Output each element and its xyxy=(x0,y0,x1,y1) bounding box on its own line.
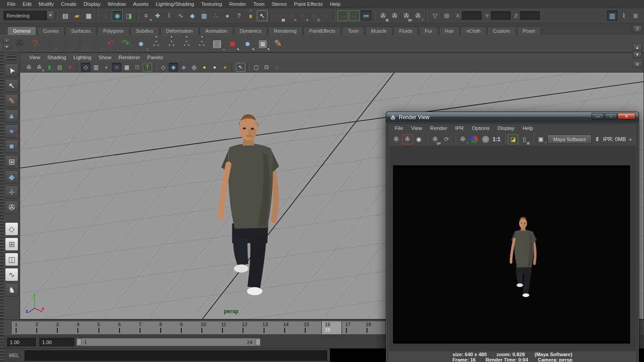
shelf-delete-icon[interactable]: ▯ xyxy=(633,25,642,32)
shelf-scroll-up-icon[interactable]: ▲ xyxy=(633,44,642,51)
select-joints-icon[interactable]: ⌇ xyxy=(164,10,175,21)
shelf-tab-ncloth[interactable]: nCloth xyxy=(461,26,486,35)
x-coordinate-field[interactable] xyxy=(462,11,482,20)
attribute-editor-toggle-icon[interactable]: ▥ xyxy=(607,10,618,21)
shelf-camera-dolly-icon[interactable]: ✇↙ xyxy=(73,36,87,51)
vp-xray-icon[interactable]: ▢ xyxy=(252,63,261,72)
viewport-menu-lighting[interactable]: Lighting xyxy=(70,54,95,60)
pane-close-icon[interactable]: ✕ xyxy=(633,61,642,68)
open-render-view-icon[interactable]: ✇▣ xyxy=(378,10,388,21)
viewport-menu-view[interactable]: View xyxy=(26,54,44,60)
vp-resolution-gate-icon[interactable]: ● xyxy=(102,63,111,72)
timeline-frame[interactable]: 1 xyxy=(12,321,32,334)
select-deformations-icon[interactable]: ▦ xyxy=(199,10,209,21)
character-model[interactable] xyxy=(203,109,299,299)
shelf-tab-fur[interactable]: Fur xyxy=(419,26,438,35)
universal-manipulator-tool[interactable]: ⊞↖ xyxy=(5,155,18,168)
menu-render[interactable]: Render xyxy=(226,1,250,7)
timeline-frame[interactable]: 17 xyxy=(342,321,363,334)
snap-to-projected-center-icon[interactable]: ∩◇ xyxy=(309,10,320,21)
rv-ipr-render-icon[interactable]: ✇ipr xyxy=(430,134,440,144)
shelf-tab-fluids[interactable]: Fluids xyxy=(393,26,418,35)
toolbox-grip[interactable] xyxy=(7,54,17,61)
scale-tool[interactable]: ■✕ xyxy=(5,140,18,153)
timeline-frame[interactable]: 6 xyxy=(115,321,136,334)
menu-lighting-shading[interactable]: Lighting/Shading xyxy=(152,1,198,7)
select-object-mode-icon[interactable]: ◉ xyxy=(112,10,123,21)
absolute-transform-icon[interactable]: ⊞ xyxy=(441,10,452,21)
maximize-button[interactable]: ▫ xyxy=(605,113,617,120)
shelf-hypergraph-icon[interactable]: ▤▪ xyxy=(210,36,224,51)
lock-selection-icon[interactable]: ∎∩ xyxy=(245,10,256,21)
vp-gate-mask-icon[interactable]: ○ xyxy=(112,63,121,72)
shelf-tab-general[interactable]: General xyxy=(7,26,36,35)
menu-edit[interactable]: Edit xyxy=(19,1,35,7)
menu-assets[interactable]: Assets xyxy=(129,1,152,7)
rv-menu-display[interactable]: Display xyxy=(494,125,519,131)
shelf-tab-surfaces[interactable]: Surfaces xyxy=(65,26,96,35)
shelf-tab-animation[interactable]: Animation xyxy=(200,26,233,35)
channel-box-toggle-icon[interactable]: ≣ xyxy=(630,10,641,21)
playback-range-bar[interactable]: 1 24 xyxy=(76,338,261,346)
command-line-grip[interactable] xyxy=(0,349,4,362)
timeline-frame[interactable]: 18 xyxy=(363,321,383,334)
layout-single-pane[interactable]: ◇ xyxy=(5,222,18,236)
range-start-handle[interactable] xyxy=(77,339,81,345)
rv-stop-ipr-icon[interactable]: ● xyxy=(627,136,633,142)
shelf-tab-hair[interactable]: Hair xyxy=(439,26,460,35)
shelf-cluster-icon[interactable]: ∴▪ xyxy=(149,36,163,51)
range-end-handle[interactable] xyxy=(256,339,260,345)
vp-smooth-shade-icon[interactable]: ◆ xyxy=(169,63,178,72)
timeline-frame[interactable]: 15 xyxy=(301,321,321,334)
vp-safe-action-icon[interactable]: ⊡ xyxy=(132,63,142,72)
rv-menu-view[interactable]: View xyxy=(407,125,426,131)
viewport-menu-renderer[interactable]: Renderer xyxy=(115,54,144,60)
menu-paint-effects[interactable]: Paint Effects xyxy=(290,1,326,7)
timeline-frame[interactable]: 9 xyxy=(177,321,197,334)
timeline-frame[interactable]: 5 xyxy=(94,321,115,334)
rv-menu-render[interactable]: Render xyxy=(426,125,451,131)
timeline-frame[interactable]: 13 xyxy=(260,321,280,334)
shelf-tab-polygons[interactable]: Polygons xyxy=(97,26,129,35)
shelf-cluster-pair-icon[interactable]: ∴▪ xyxy=(179,36,194,51)
select-rendering-icon[interactable]: ● xyxy=(222,10,233,21)
paint-select-tool[interactable]: ✎ xyxy=(5,94,18,108)
shelf-select-geometry-icon[interactable]: ●↖ xyxy=(240,36,255,51)
move-tool[interactable]: ▲ xyxy=(5,109,18,123)
ipr-render-icon[interactable]: ✇ipr xyxy=(401,10,412,21)
rv-refresh-ipr-icon[interactable]: ⟳ xyxy=(441,134,452,144)
time-slider-grip[interactable] xyxy=(0,320,4,336)
y-coordinate-field[interactable] xyxy=(491,11,511,20)
viewport-menu-show[interactable]: Show xyxy=(95,54,115,60)
shelf-tab-rendering[interactable]: Rendering xyxy=(268,26,303,35)
vp-camera-attributes-icon[interactable]: ✇≡ xyxy=(34,63,44,72)
mel-command-input[interactable] xyxy=(25,350,327,361)
shelf-camera-track-icon[interactable]: ✇↕ xyxy=(58,36,72,51)
chevron-down-icon[interactable]: ▼ xyxy=(47,11,54,20)
timeline-frame[interactable]: 8 xyxy=(156,321,177,334)
render-view-title-bar[interactable]: Render View — ▫ ✕ xyxy=(386,112,639,122)
vp-use-all-lights-icon[interactable]: ◍ xyxy=(189,63,199,72)
menu-stereo[interactable]: Stereo xyxy=(268,1,290,7)
save-scene-icon[interactable]: ▦ xyxy=(83,10,94,21)
shelf-camera-orbit-icon[interactable]: ✇↺ xyxy=(43,36,57,51)
rv-snapshot-icon[interactable]: ◉ xyxy=(414,134,424,144)
shelf-tab-deformation[interactable]: Deformation xyxy=(160,26,199,35)
shelf-delete-object-icon[interactable]: ●▯ xyxy=(134,36,148,51)
lasso-select-tool[interactable]: ↖ xyxy=(5,79,18,92)
vp-field-chart-icon[interactable]: ▩ xyxy=(122,63,132,72)
playback-start-field[interactable] xyxy=(39,338,74,346)
shelf-tab-toon[interactable]: Toon xyxy=(342,26,364,35)
render-settings-icon[interactable]: ✇∵ xyxy=(413,10,423,21)
range-slider-grip[interactable] xyxy=(0,336,4,348)
shelf-tab-dynamics[interactable]: Dynamics xyxy=(234,26,267,35)
shelf-tab-poser[interactable]: Poser xyxy=(517,26,542,35)
select-handles-icon[interactable]: ✚ xyxy=(152,10,163,21)
rv-redo-previous-render-icon[interactable]: ✇ xyxy=(402,134,413,144)
shelf-tab-curves[interactable]: Curves xyxy=(37,26,64,35)
menu-create[interactable]: Create xyxy=(57,1,80,7)
vp-grid-icon[interactable]: ◇ xyxy=(81,63,90,72)
shelf-select-object-icon[interactable]: ■↖ xyxy=(225,36,239,51)
vp-textured-icon[interactable]: ◈ xyxy=(179,63,188,72)
rv-display-real-size-icon[interactable]: ◪ xyxy=(508,134,518,144)
